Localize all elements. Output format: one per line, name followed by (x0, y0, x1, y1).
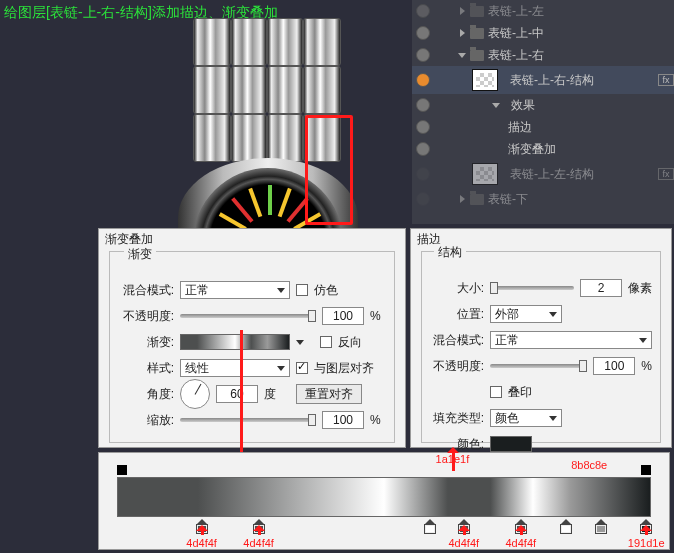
angle-dial[interactable] (180, 379, 210, 409)
fx-header[interactable]: 效果 (412, 94, 674, 116)
chevron-right-icon[interactable] (458, 29, 466, 37)
opacity-stop[interactable] (641, 465, 651, 475)
chevron-down-icon (277, 288, 285, 293)
size-input[interactable]: 2 (580, 279, 622, 297)
layer-row[interactable]: 表链-下 (412, 188, 674, 210)
gradient-ramp[interactable] (117, 477, 651, 517)
chevron-down-icon (639, 338, 647, 343)
opacity-input[interactable]: 100 (322, 307, 364, 325)
style-select[interactable]: 线性 (180, 359, 290, 377)
folder-icon (470, 28, 484, 39)
gradient-label: 渐变: (120, 334, 174, 351)
gradient-preview[interactable] (180, 334, 290, 350)
layer-label: 渐变叠加 (508, 141, 556, 158)
scale-slider[interactable] (180, 418, 316, 422)
filltype-select[interactable]: 颜色 (490, 409, 562, 427)
layer-label: 表链-上-右-结构 (510, 72, 594, 89)
fieldset-legend: 渐变 (124, 246, 156, 263)
fx-badge[interactable]: fx (658, 74, 674, 86)
red-arrow-icon (201, 527, 204, 535)
layer-row[interactable]: 表链-上-右 (412, 44, 674, 66)
layer-label: 表链-上-左 (488, 3, 544, 20)
stop-color-label: 4d4f4f (506, 537, 537, 549)
scale-input[interactable]: 100 (322, 411, 364, 429)
blend-label: 混合模式: (430, 332, 484, 349)
chevron-down-icon (277, 366, 285, 371)
opacity-input[interactable]: 100 (593, 357, 635, 375)
folder-icon (470, 194, 484, 205)
red-arrow-icon (520, 527, 523, 535)
align-label: 与图层对齐 (314, 360, 374, 377)
color-stop[interactable] (424, 519, 436, 535)
position-select[interactable]: 外部 (490, 305, 562, 323)
layer-row[interactable]: 表链-上-左 (412, 0, 674, 22)
visibility-icon[interactable] (416, 48, 430, 62)
layer-label: 表链-上-右 (488, 47, 544, 64)
reset-align-button[interactable]: 重置对齐 (296, 384, 362, 404)
chevron-down-icon[interactable] (296, 340, 304, 345)
layer-label: 表链-上-中 (488, 25, 544, 42)
stop-color-label: 4d4f4f (243, 537, 274, 549)
size-slider[interactable] (490, 286, 574, 290)
layer-row[interactable]: 表链-上-左-结构fx (412, 160, 674, 188)
fx-badge[interactable]: fx (658, 168, 674, 180)
chevron-right-icon[interactable] (458, 7, 466, 15)
gradient-overlay-panel: 渐变叠加 渐变 混合模式:正常仿色 不透明度:100% 渐变:反向 样式:线性与… (98, 228, 406, 448)
layer-row[interactable]: 表链-上-中 (412, 22, 674, 44)
blend-select[interactable]: 正常 (490, 331, 652, 349)
overprint-checkbox[interactable] (490, 386, 502, 398)
chevron-down-icon[interactable] (458, 51, 466, 59)
gradient-editor: 1a1e1f 8b8c8e 4d4f4f4d4f4f4d4f4f4d4f4f19… (98, 452, 670, 550)
blend-select[interactable]: 正常 (180, 281, 290, 299)
layer-label: 描边 (508, 119, 532, 136)
reverse-checkbox[interactable] (320, 336, 332, 348)
size-label: 大小: (430, 280, 484, 297)
opacity-label: 不透明度: (120, 308, 174, 325)
fieldset-legend: 结构 (434, 244, 466, 261)
chevron-down-icon[interactable] (492, 101, 500, 109)
red-arrow-icon (258, 527, 261, 535)
visibility-icon[interactable] (416, 192, 430, 206)
opacity-stop[interactable] (117, 465, 127, 475)
color-stop[interactable] (595, 519, 607, 535)
blend-label: 混合模式: (120, 282, 174, 299)
stop-color-label: 191d1e (628, 537, 665, 549)
visibility-icon[interactable] (416, 98, 430, 112)
folder-icon (470, 6, 484, 17)
visibility-icon[interactable] (416, 142, 430, 156)
layer-label: 表链-上-左-结构 (510, 166, 594, 183)
layer-thumbnail (472, 163, 498, 185)
angle-label: 角度: (120, 386, 174, 403)
chevron-down-icon (549, 312, 557, 317)
layer-thumbnail (472, 69, 498, 91)
dither-checkbox[interactable] (296, 284, 308, 296)
layers-panel: 表链-上-左 表链-上-中 表链-上-右 表链-上-右-结构fx 效果 描边 渐… (412, 0, 674, 224)
fx-item[interactable]: 描边 (412, 116, 674, 138)
align-checkbox[interactable] (296, 362, 308, 374)
opacity-slider[interactable] (490, 364, 587, 368)
stop-color-label: 4d4f4f (449, 537, 480, 549)
red-arrow-icon (240, 330, 243, 460)
layer-row-selected[interactable]: 表链-上-右-结构fx (412, 66, 674, 94)
overprint-label: 叠印 (508, 384, 532, 401)
visibility-icon[interactable] (416, 26, 430, 40)
fx-item[interactable]: 渐变叠加 (412, 138, 674, 160)
position-label: 位置: (430, 306, 484, 323)
chevron-down-icon (549, 416, 557, 421)
chevron-right-icon[interactable] (458, 195, 466, 203)
stop-color-label: 1a1e1f (436, 453, 470, 465)
color-swatch[interactable] (490, 436, 532, 452)
color-stop[interactable] (560, 519, 572, 535)
visibility-icon[interactable] (416, 167, 430, 181)
angle-input[interactable]: 60 (216, 385, 258, 403)
scale-label: 缩放: (120, 412, 174, 429)
opacity-slider[interactable] (180, 314, 316, 318)
stop-color-label: 4d4f4f (186, 537, 217, 549)
layer-label: 效果 (511, 97, 535, 114)
visibility-icon[interactable] (416, 4, 430, 18)
visibility-icon[interactable] (416, 73, 430, 87)
dither-label: 仿色 (314, 282, 338, 299)
highlight-box (305, 115, 353, 225)
visibility-icon[interactable] (416, 120, 430, 134)
stroke-panel: 描边 结构 大小:2像素 位置:外部 混合模式:正常 不透明度:100% 叠印 … (410, 228, 672, 448)
